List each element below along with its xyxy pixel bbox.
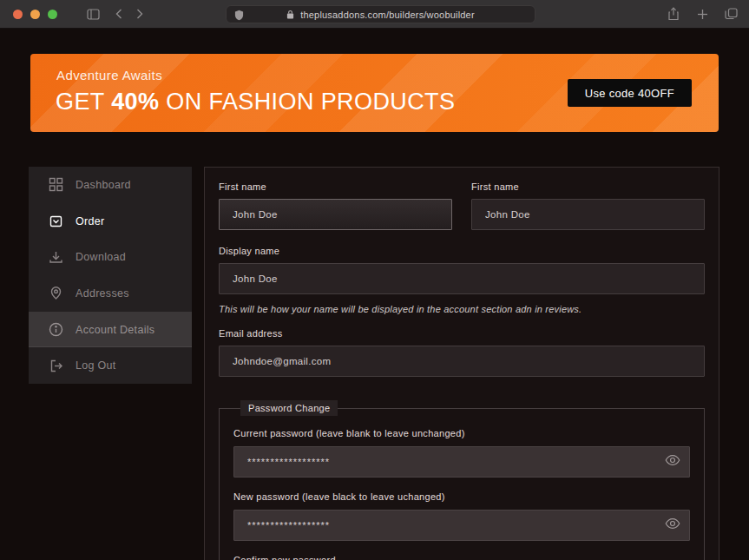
password-change-section: Password Change Current password (leave … [219, 400, 705, 560]
sidebar-item-label: Log Out [76, 359, 116, 372]
email-label: Email address [219, 328, 705, 339]
logout-icon [49, 359, 63, 373]
map-pin-icon [49, 286, 63, 300]
order-bag-icon [49, 214, 63, 228]
password-change-legend: Password Change [240, 400, 338, 416]
show-current-password-button[interactable] [664, 452, 681, 470]
lock-icon [286, 7, 294, 23]
download-icon [49, 250, 63, 265]
promo-banner: Adventure Awaits GET 40% ON FASHION PROD… [30, 54, 719, 132]
display-name-input[interactable] [219, 263, 705, 294]
current-password-input[interactable] [233, 446, 690, 478]
banner-kicker: Adventure Awaits [56, 68, 162, 82]
sidebar-item-addresses[interactable]: Addresses [29, 275, 192, 312]
sidebar-toggle-icon[interactable] [83, 4, 102, 23]
url-text: theplusaddons.com/builders/woobuilder [300, 10, 475, 20]
sidebar-item-download[interactable]: Download [29, 239, 192, 275]
sidebar-item-log-out[interactable]: Log Out [29, 347, 192, 384]
confirm-password-label: Confirm new password [233, 555, 690, 560]
sidebar-item-label: Download [76, 251, 126, 263]
new-tab-icon[interactable] [693, 4, 712, 23]
sidebar-item-label: Order [76, 215, 104, 227]
page-background: Adventure Awaits GET 40% ON FASHION PROD… [0, 30, 749, 560]
browser-toolbar: theplusaddons.com/builders/woobuilder [0, 0, 749, 29]
display-name-note: This will be how your name will be displ… [219, 304, 705, 314]
show-new-password-button[interactable] [664, 516, 681, 533]
last-name-label: First name [471, 181, 705, 192]
current-password-label: Current password (leave blank to leave u… [233, 428, 690, 438]
eye-icon [665, 517, 680, 532]
banner-headline: GET 40% ON FASHION PRODUCTS [56, 89, 455, 115]
zoom-window-button[interactable] [48, 10, 57, 19]
sidebar-item-label: Addresses [76, 287, 129, 300]
banner-discount: 40% [111, 89, 159, 115]
last-name-input[interactable] [471, 199, 705, 230]
sidebar-item-label: Account Details [76, 324, 154, 336]
use-code-button[interactable]: Use code 40OFF [568, 79, 692, 107]
window-controls [13, 10, 57, 19]
back-button[interactable] [109, 4, 128, 23]
content-blocker-shield-icon[interactable] [234, 9, 244, 24]
first-name-label: First name [219, 181, 452, 192]
display-name-label: Display name [219, 246, 705, 256]
sidebar-item-label: Dashboard [76, 179, 131, 191]
share-icon[interactable] [664, 4, 683, 23]
tab-overview-icon[interactable] [721, 4, 740, 23]
new-password-label: New password (leave black to leave uchan… [233, 491, 690, 502]
sidebar-item-account-details[interactable]: Account Details [29, 312, 192, 348]
info-circle-icon [49, 322, 63, 337]
first-name-input[interactable] [219, 199, 452, 230]
forward-button[interactable] [130, 4, 149, 23]
eye-icon [665, 454, 680, 469]
sidebar-item-dashboard[interactable]: Dashboard [29, 167, 192, 203]
dashboard-grid-icon [49, 177, 63, 192]
account-sidebar: Dashboard Order Download [29, 167, 192, 384]
account-details-panel: First name First name Display name This … [204, 167, 719, 560]
minimize-window-button[interactable] [30, 10, 40, 19]
new-password-input[interactable] [233, 510, 690, 541]
email-input[interactable] [219, 346, 705, 377]
sidebar-item-order[interactable]: Order [29, 203, 192, 240]
close-window-button[interactable] [13, 10, 23, 19]
address-bar[interactable]: theplusaddons.com/builders/woobuilder [226, 5, 535, 23]
